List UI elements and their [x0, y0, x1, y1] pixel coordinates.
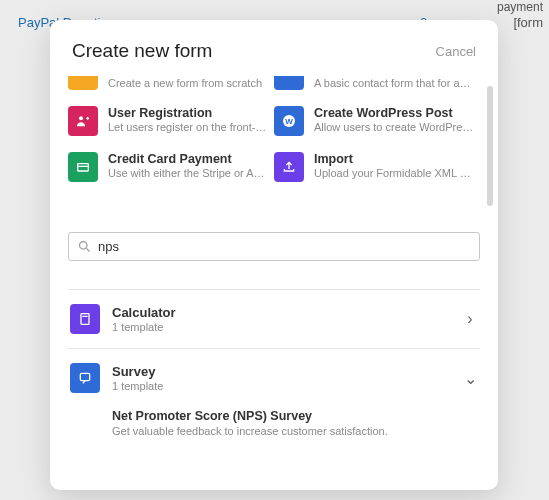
- category-survey[interactable]: Survey 1 template ⌄: [68, 348, 480, 407]
- search-wrap: [68, 232, 480, 261]
- category-title: Calculator: [112, 305, 450, 320]
- chevron-right-icon: ›: [462, 310, 478, 328]
- blank-icon: [68, 76, 98, 90]
- category-list: Calculator 1 template › Survey 1 templat…: [68, 289, 480, 451]
- template-desc: Use with either the Stripe or Authoriz…: [108, 167, 270, 179]
- create-form-modal: Create new form Cancel Create a new form…: [50, 20, 498, 490]
- search-icon: [77, 239, 92, 254]
- category-title: Survey: [112, 364, 450, 379]
- template-wordpress-post[interactable]: W Create WordPress Post Allow users to c…: [274, 100, 480, 146]
- category-sub: 1 template: [112, 321, 450, 333]
- modal-title: Create new form: [72, 40, 212, 62]
- template-user-registration[interactable]: User Registration Let users register on …: [68, 100, 274, 146]
- svg-line-6: [86, 248, 89, 251]
- svg-text:W: W: [285, 117, 293, 126]
- template-desc: Allow users to create WordPress post…: [314, 121, 476, 133]
- wordpress-icon: W: [274, 106, 304, 136]
- svg-rect-3: [78, 164, 89, 171]
- upload-icon: [274, 152, 304, 182]
- template-title: Credit Card Payment: [108, 152, 270, 166]
- template-desc: Upload your Formidable XML or CSV …: [314, 167, 476, 179]
- scrollbar[interactable]: [487, 86, 493, 206]
- template-blank[interactable]: Create a new form from scratch: [68, 76, 274, 100]
- template-import[interactable]: Import Upload your Formidable XML or CSV…: [274, 146, 480, 192]
- sub-template-nps[interactable]: Net Promoter Score (NPS) Survey Get valu…: [68, 407, 480, 451]
- modal-body: Create a new form from scratch A basic c…: [50, 76, 498, 490]
- credit-card-icon: [68, 152, 98, 182]
- sub-template-desc: Get valuable feedback to increase custom…: [112, 425, 478, 437]
- chevron-down-icon: ⌄: [462, 369, 478, 388]
- search-box[interactable]: [68, 232, 480, 261]
- category-sub: 1 template: [112, 380, 450, 392]
- sub-template-title: Net Promoter Score (NPS) Survey: [112, 409, 478, 423]
- template-title: Create WordPress Post: [314, 106, 476, 120]
- svg-point-0: [79, 116, 83, 120]
- svg-rect-12: [80, 373, 89, 380]
- svg-rect-7: [81, 314, 89, 325]
- category-calculator[interactable]: Calculator 1 template ›: [68, 289, 480, 348]
- template-title: Import: [314, 152, 476, 166]
- search-input[interactable]: [98, 239, 471, 254]
- calculator-icon: [70, 304, 100, 334]
- cancel-button[interactable]: Cancel: [436, 44, 476, 59]
- template-desc: Create a new form from scratch: [108, 77, 270, 89]
- template-desc: Let users register on the front-end of …: [108, 121, 270, 133]
- template-desc: A basic contact form that for any Wor…: [314, 77, 476, 89]
- template-title: User Registration: [108, 106, 270, 120]
- template-contact[interactable]: A basic contact form that for any Wor…: [274, 76, 480, 100]
- template-grid: Create a new form from scratch A basic c…: [68, 76, 480, 192]
- survey-icon: [70, 363, 100, 393]
- contact-icon: [274, 76, 304, 90]
- modal-header: Create new form Cancel: [50, 20, 498, 76]
- template-credit-card[interactable]: Credit Card Payment Use with either the …: [68, 146, 274, 192]
- user-add-icon: [68, 106, 98, 136]
- svg-point-5: [80, 242, 88, 250]
